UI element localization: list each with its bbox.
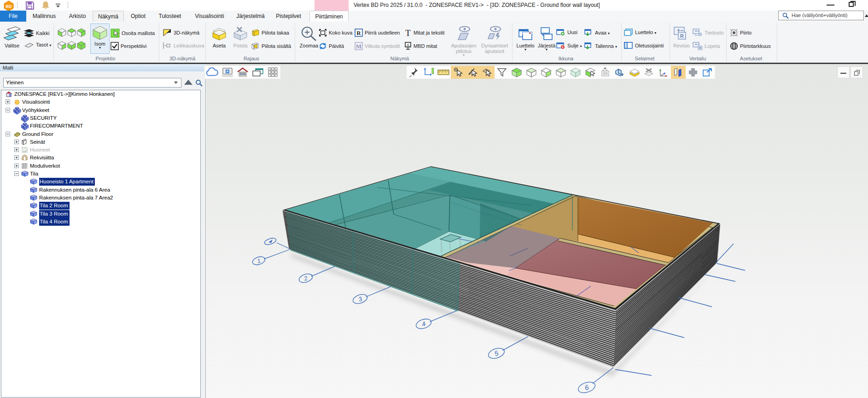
svg-text:1: 1 [256,258,262,264]
svg-text:T: T [405,29,411,37]
svg-text:R: R [680,33,684,39]
svg-text:3: 3 [357,295,363,303]
svg-text:BD: BD [6,4,12,9]
svg-text:2: 2 [303,275,309,282]
svg-text:A: A [407,43,409,47]
svg-text:M: M [356,43,361,50]
svg-text:−: − [697,29,699,33]
svg-text:6: 6 [583,383,590,392]
svg-text:R: R [356,29,361,36]
svg-text:4: 4 [421,320,427,328]
svg-text:5: 5 [494,349,500,357]
